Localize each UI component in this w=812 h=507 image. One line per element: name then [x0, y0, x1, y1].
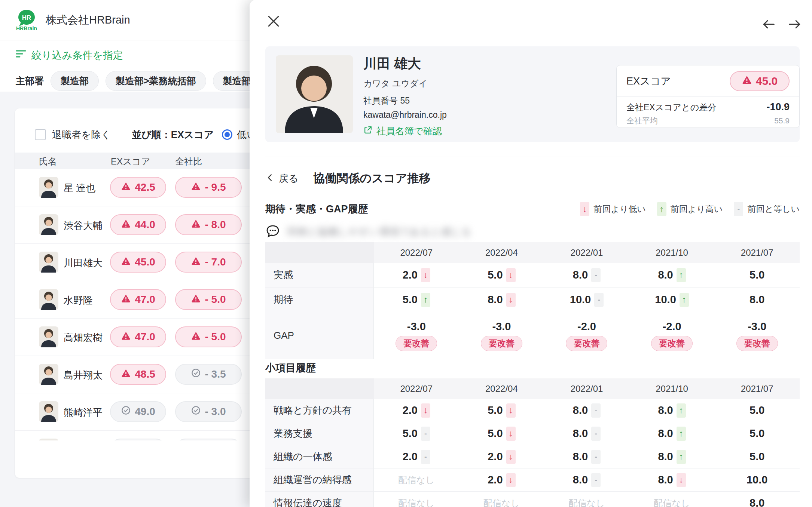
legend-item: ↑ 前回より高い: [657, 202, 723, 216]
subitems-table: 2022/072022/042022/012021/102021/07 戦略と方…: [265, 378, 800, 507]
gap-score-cell: -3.0 要改善: [459, 312, 544, 359]
employee-avatar: [39, 252, 58, 273]
table-row-label: 実感: [265, 263, 374, 288]
score-value: 5.0: [403, 294, 418, 306]
svg-text:HR: HR: [22, 14, 31, 21]
check-circle-icon: [191, 405, 201, 418]
gap-value: -2.0: [663, 320, 681, 333]
department-tag[interactable]: 製造部>業務統括部: [106, 71, 206, 91]
trend-down-icon: ↓: [506, 293, 516, 307]
trend-same-icon: -: [591, 268, 601, 282]
company-diff-value: -10.9: [766, 101, 790, 113]
gap-value: -3.0: [748, 320, 766, 333]
table-row-label: GAP: [265, 312, 374, 359]
trend-same-icon: -: [421, 450, 430, 464]
list-controls: 退職者を除く 並び順：EXスコア 低い順: [35, 126, 285, 143]
employee-name: 川田 雄大: [363, 55, 421, 73]
close-icon[interactable]: [266, 14, 281, 28]
legend-label: 前回より低い: [593, 203, 646, 215]
warning-icon: [742, 74, 752, 87]
table-row-label: 組織運営の納得感: [265, 468, 374, 492]
trend-down-icon: ↓: [506, 403, 516, 418]
score-cell: 5.0↓: [459, 422, 544, 445]
filter-conditions-link[interactable]: 絞り込み条件を指定: [16, 49, 123, 62]
trend-up-icon: ↑: [657, 202, 666, 216]
ex-score-pill: 42.5: [110, 177, 166, 198]
gap-score-cell: -2.0 要改善: [629, 312, 715, 359]
warning-icon: [121, 181, 131, 194]
employee-number: 社員番号 55: [363, 95, 410, 107]
check-circle-icon: [121, 405, 131, 418]
ex-score-pill: 44.0: [110, 214, 166, 235]
app-root: HR HRBrain 株式会社HRBrain 絞り込み条件を指定 主部署 製造部…: [0, 0, 812, 507]
survey-question-row: 同僚と協働しやすい環境であると感じる: [265, 224, 471, 240]
score-cell: 8.0↓: [629, 468, 715, 492]
score-cell: 5.0↓: [459, 399, 544, 422]
score-value: 8.0: [750, 294, 764, 306]
score-value: 5.0: [750, 404, 764, 417]
employee-avatar: [39, 326, 58, 347]
panel-title: 協働関係のスコア推移: [314, 170, 431, 186]
ex-score-label: EXスコア: [626, 74, 671, 88]
score-cell: 8.0: [714, 492, 800, 507]
next-employee-arrow-icon[interactable]: [788, 17, 802, 31]
ex-score-pill: 47.0: [110, 289, 166, 310]
needs-improvement-badge: 要改善: [651, 336, 693, 351]
warning-icon: [191, 331, 201, 343]
score-cell: 8.0-: [544, 399, 629, 422]
employee-detail-panel: 川田 雄大 カワタ ユウダイ 社員番号 55 kawata@hrbrain.co…: [250, 0, 812, 507]
divider: [265, 157, 800, 157]
trend-down-icon: ↓: [506, 473, 516, 487]
employee-avatar: [39, 364, 58, 385]
trend-same-icon: -: [591, 450, 601, 464]
score-cell: 2.0↓: [459, 445, 544, 468]
trend-down-icon: ↓: [677, 473, 686, 487]
trend-down-icon: ↓: [506, 268, 516, 282]
svg-text:HRBrain: HRBrain: [16, 25, 37, 31]
not-delivered-label: 配信なし: [398, 474, 434, 486]
employee-row-name: 熊崎洋平: [64, 406, 103, 419]
back-row: 戻る 協働関係のスコア推移: [265, 169, 431, 188]
sort-ascending-radio[interactable]: [222, 129, 232, 140]
roster-link[interactable]: 社員名簿で確認: [363, 125, 442, 137]
back-link[interactable]: 戻る: [265, 172, 299, 185]
trend-same-icon: -: [591, 427, 601, 441]
employee-avatar: [39, 289, 58, 310]
score-value: 2.0: [403, 404, 418, 417]
trend-same-icon: -: [421, 427, 430, 441]
score-cell: 5.0-: [374, 422, 459, 445]
score-cell: 10.0-: [544, 288, 629, 312]
history-table: 2022/072022/042022/012021/102021/07 実感2.…: [265, 242, 800, 359]
roster-link-label: 社員名簿で確認: [376, 125, 442, 137]
score-value: 10.0: [747, 474, 767, 486]
ex-score-badge: 45.0: [730, 71, 790, 91]
score-cell: 2.0↓: [459, 468, 544, 492]
table-row-label: 戦略と方針の共有: [265, 399, 374, 422]
score-cell: 10.0: [714, 468, 800, 492]
period-column-header: 2022/04: [459, 378, 544, 399]
warning-icon: [121, 368, 131, 381]
trend-down-icon: ↓: [421, 403, 430, 418]
exclude-retired-checkbox[interactable]: [35, 129, 46, 140]
score-cell: 5.0: [714, 422, 800, 445]
ex-score-value: 45.0: [756, 75, 778, 87]
column-header-company-diff: 全社比: [175, 156, 202, 168]
warning-icon: [121, 218, 131, 231]
score-value: 8.0: [573, 451, 588, 463]
employee-row-name: 渋谷大輔: [64, 219, 103, 232]
employee-avatar: [39, 401, 58, 422]
table-row-label: 組織の一体感: [265, 445, 374, 468]
score-cell: 8.0↑: [629, 445, 715, 468]
trend-same-icon: -: [591, 473, 601, 487]
subitems-heading: 小項目履歴: [265, 361, 316, 375]
score-cell: 8.0-: [544, 445, 629, 468]
score-value: 8.0: [573, 404, 588, 417]
previous-employee-arrow-icon[interactable]: [761, 17, 776, 31]
score-value: 8.0: [573, 427, 588, 440]
period-column-header: 2022/07: [374, 242, 459, 263]
department-tag[interactable]: 製造部: [51, 71, 99, 91]
period-column-header: 2022/04: [459, 242, 544, 263]
speech-bubble-icon: [265, 224, 280, 240]
employee-avatar: [39, 214, 58, 235]
score-cell: 配信なし: [629, 492, 715, 507]
